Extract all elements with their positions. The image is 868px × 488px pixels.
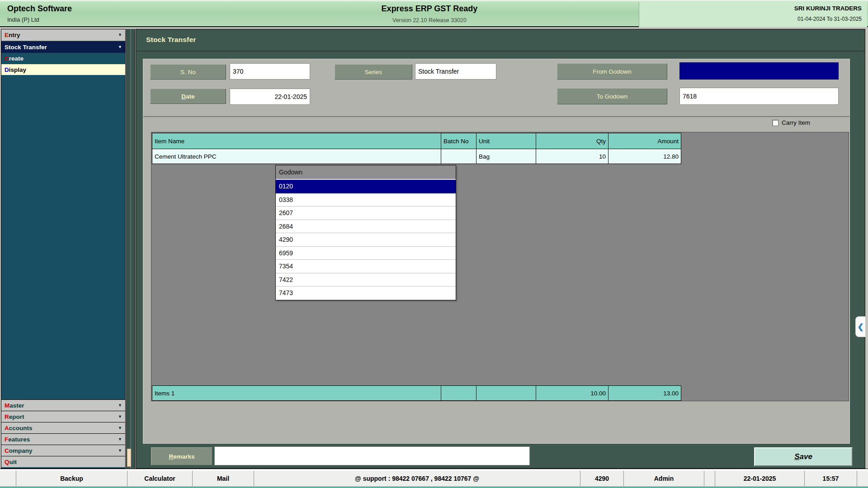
col-qty: Qty xyxy=(536,133,609,149)
col-batch-no: Batch No xyxy=(441,133,476,149)
sidebar-item-create[interactable]: Create xyxy=(1,53,125,64)
col-amount: Amount xyxy=(609,133,681,149)
godown-dropdown: Godown 0120 0338 2607 2684 4290 6959 735… xyxy=(275,165,456,300)
remarks-input[interactable] xyxy=(214,446,530,465)
items-table-header: Item Name Batch No Unit Qty Amount xyxy=(152,133,681,149)
mail-button[interactable]: Mail xyxy=(193,471,254,486)
chevron-down-icon: ▼ xyxy=(118,449,122,453)
cell-unit[interactable]: Bag xyxy=(476,149,536,164)
to-godown-input[interactable] xyxy=(679,88,839,105)
form-divider xyxy=(143,116,849,117)
godown-option[interactable]: 2684 xyxy=(276,220,456,234)
sidebar-item-company[interactable]: Company ▼ xyxy=(1,445,125,456)
user-status: Admin xyxy=(624,471,704,486)
godown-option[interactable]: 0120 xyxy=(276,180,456,193)
statusbar-spacer xyxy=(704,471,715,486)
godown-option[interactable]: 7422 xyxy=(276,273,456,287)
display-accent: D xyxy=(5,66,9,73)
godown-option[interactable]: 0338 xyxy=(276,193,456,207)
date-input[interactable] xyxy=(230,89,310,105)
panel-collapse-tab[interactable]: ❮ xyxy=(855,316,865,337)
statusbar-spacer xyxy=(0,471,16,486)
entry-label: ntry xyxy=(9,32,20,38)
page-titlebar: Stock Transfer xyxy=(136,29,865,52)
sidebar-item-display[interactable]: Display xyxy=(1,64,125,75)
status-bar: Backup Calculator Mail @ support : 98422… xyxy=(0,470,868,487)
app-header: Optech Software India (P) Ltd Express ER… xyxy=(0,0,868,27)
app-title: Express ERP GST Ready xyxy=(226,4,633,14)
calculator-button[interactable]: Calculator xyxy=(127,471,193,486)
totals-unit xyxy=(476,385,536,401)
date-label: Date xyxy=(150,89,226,104)
sidebar-item-master[interactable]: Master ▼ xyxy=(1,399,125,411)
remarks-label: Remarks xyxy=(151,447,212,465)
app-window: Optech Software India (P) Ltd Express ER… xyxy=(0,0,868,488)
chevron-down-icon: ▼ xyxy=(118,426,122,430)
cell-amount[interactable]: 12.80 xyxy=(609,149,681,164)
to-godown-label: To Godown xyxy=(557,88,667,104)
sidebar-item-stock-transfer[interactable]: Stock Transfer ▼ xyxy=(1,41,125,53)
chevron-down-icon: ▼ xyxy=(118,415,122,419)
cell-item-name[interactable]: Cement Ultratech PPC xyxy=(152,149,441,164)
godown-option[interactable]: 7473 xyxy=(276,286,456,300)
cell-batch-no[interactable] xyxy=(441,149,476,164)
totals-qty: 10.00 xyxy=(536,385,609,401)
from-godown-input[interactable] xyxy=(679,62,839,80)
godown-dropdown-header: Godown xyxy=(276,165,456,180)
backup-button[interactable]: Backup xyxy=(16,471,127,486)
vendor-name: Optech Software xyxy=(7,4,72,14)
col-unit: Unit xyxy=(476,133,536,149)
financial-period: 01-04-2024 To 31-03-2025 xyxy=(639,16,862,22)
save-button[interactable]: Save xyxy=(754,447,853,466)
s-no-label: S. No xyxy=(150,64,226,80)
sidebar-item-accounts[interactable]: Accounts ▼ xyxy=(1,422,125,433)
entry-accent: E xyxy=(5,32,9,38)
totals-batch xyxy=(441,385,476,401)
godown-option[interactable]: 4290 xyxy=(276,233,456,247)
create-label: reate xyxy=(9,55,24,62)
from-godown-label: From Godown xyxy=(557,63,667,80)
app-version: Version 22.10 Release 33020 xyxy=(226,17,633,23)
sidebar-scrollbar-thumb[interactable] xyxy=(127,449,131,467)
cell-qty[interactable]: 10 xyxy=(536,149,609,164)
support-info: @ support : 98422 07667 , 98422 10767 @ xyxy=(254,471,580,486)
chevron-down-icon: ▼ xyxy=(118,45,122,49)
date-status: 22-01-2025 xyxy=(715,471,805,486)
create-accent: C xyxy=(5,55,9,62)
chevron-down-icon: ▼ xyxy=(118,33,122,37)
carry-item-checkbox[interactable] xyxy=(772,120,778,126)
sidebar-item-features[interactable]: Features ▼ xyxy=(1,433,125,445)
chevron-down-icon: ▼ xyxy=(118,437,122,441)
client-name: SRI KURINJI TRADERS xyxy=(639,5,862,12)
s-no-input[interactable] xyxy=(230,63,310,80)
series-label: Series xyxy=(335,64,412,80)
client-block: SRI KURINJI TRADERS 01-04-2024 To 31-03-… xyxy=(639,2,867,27)
sidebar-scrollbar[interactable] xyxy=(126,29,135,469)
time-status: 15:57 xyxy=(805,471,857,486)
sidebar-bottom-menu: Master ▼ Report ▼ Accounts ▼ Features ▼ … xyxy=(1,399,125,467)
col-item-name: Item Name xyxy=(152,133,441,149)
page-title: Stock Transfer xyxy=(146,36,196,44)
items-table-container: Item Name Batch No Unit Qty Amount Cemen… xyxy=(151,132,849,401)
sidebar-item-quit[interactable]: Quit xyxy=(1,456,125,467)
series-input[interactable] xyxy=(415,63,496,80)
table-row[interactable]: Cement Ultratech PPC Bag 10 12.80 xyxy=(152,149,681,164)
totals-items-count: Items 1 xyxy=(152,385,441,401)
stock-transfer-label: Stock Transfer xyxy=(5,44,47,51)
items-table-totals: Items 1 10.00 13.00 xyxy=(152,385,681,401)
godown-option[interactable]: 6959 xyxy=(276,247,456,260)
totals-amount: 13.00 xyxy=(609,385,681,401)
sidebar-item-entry[interactable]: Entry ▼ xyxy=(1,29,125,41)
carry-item-field: Carry Item xyxy=(772,119,810,126)
godown-option[interactable]: 7354 xyxy=(276,260,456,273)
carry-item-label: Carry Item xyxy=(782,119,810,126)
collapse-chevron-icon: ❮ xyxy=(857,322,863,332)
vendor-subtitle: India (P) Ltd xyxy=(7,16,72,23)
vendor-block: Optech Software India (P) Ltd xyxy=(7,4,72,23)
sidebar: Entry ▼ Stock Transfer ▼ Create Display … xyxy=(1,29,126,469)
display-label: isplay xyxy=(9,66,26,73)
sidebar-item-report[interactable]: Report ▼ xyxy=(1,411,125,422)
chevron-down-icon: ▼ xyxy=(118,404,122,408)
godown-code-status: 4290 xyxy=(580,471,624,486)
godown-option[interactable]: 2607 xyxy=(276,206,456,220)
